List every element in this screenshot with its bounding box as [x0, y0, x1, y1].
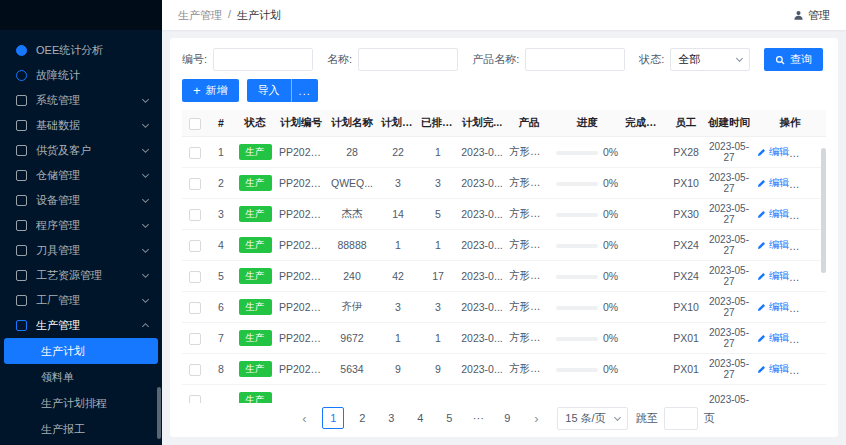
sidebar-scrollbar[interactable] [157, 387, 161, 439]
sidebar-item-6[interactable]: 设备管理 [0, 188, 162, 213]
table-body: 1生产PP2023...282212023-0...方形物料0%PX282023… [182, 137, 826, 403]
employee: PX24 [668, 270, 704, 282]
status-cell: 生产 [234, 237, 276, 252]
actions-cell: 编辑删除 [754, 238, 826, 252]
sidebar-item-4[interactable]: 供货及客户 [0, 138, 162, 163]
row-checkbox[interactable] [189, 333, 201, 345]
employee: PX24 [668, 239, 704, 251]
plan-finish-date: 2023-0... [458, 146, 506, 158]
column-header: 完成日期 [622, 116, 668, 130]
status-select[interactable]: 全部 [670, 48, 750, 71]
row-index: 2 [208, 177, 234, 189]
breadcrumb-parent[interactable]: 生产管理 [178, 8, 222, 23]
page-ellipsis[interactable]: ··· [467, 407, 489, 429]
filter-label-name: 名称: [327, 52, 352, 67]
row-checkbox[interactable] [189, 209, 201, 221]
progress-cell: 0% [552, 177, 622, 189]
system-admin-icon [16, 95, 27, 106]
page-button[interactable]: 2 [351, 407, 373, 429]
sidebar-subitem-0[interactable]: 生产计划 [4, 338, 158, 364]
row-checkbox[interactable] [189, 364, 201, 376]
page-button[interactable]: 5 [438, 407, 460, 429]
prev-page-button[interactable]: ‹ [293, 407, 315, 429]
supply-customer-icon [16, 145, 27, 156]
code-input[interactable] [213, 48, 313, 71]
sidebar-item-10[interactable]: 工厂管理 [0, 288, 162, 313]
actions-cell: 编辑删除 [754, 331, 826, 345]
table-scrollbar[interactable] [821, 148, 826, 273]
edit-button[interactable]: 编辑 [757, 145, 789, 159]
select-all-checkbox[interactable] [189, 118, 201, 130]
app-root: OEE统计分析故障统计系统管理基础数据供货及客户仓储管理设备管理程序管理刀具管理… [0, 0, 846, 445]
status-badge: 生产 [239, 268, 272, 283]
column-header: 计划编号 [276, 116, 326, 130]
edit-button[interactable]: 编辑 [757, 269, 789, 283]
jump-label: 跳至 [636, 411, 658, 426]
jump-input[interactable] [664, 407, 698, 430]
sidebar-item-5[interactable]: 仓储管理 [0, 163, 162, 188]
row-checkbox[interactable] [189, 178, 201, 190]
add-button-label: 新增 [206, 83, 228, 98]
delete-button[interactable]: 删除 [797, 300, 826, 314]
sidebar-item-0[interactable]: OEE统计分析 [0, 38, 162, 63]
progress-cell: 0% [552, 301, 622, 313]
page-button[interactable]: 9 [496, 407, 518, 429]
edit-button[interactable]: 编辑 [757, 300, 789, 314]
sidebar-item-8[interactable]: 刀具管理 [0, 238, 162, 263]
chevron-down-icon [142, 171, 149, 178]
edit-button[interactable]: 编辑 [757, 207, 789, 221]
table-row: 8生产PP2023...5634992023-0...方形物料0%PX01202… [182, 354, 826, 385]
header-checkbox-cell [182, 116, 208, 129]
sidebar-subitem-3[interactable]: 生产报工 [4, 416, 158, 442]
product-name: 方形物料 [506, 331, 552, 345]
row-checkbox[interactable] [189, 147, 201, 159]
row-index: 4 [208, 239, 234, 251]
row-checkbox[interactable] [189, 395, 201, 403]
delete-button[interactable]: 删除 [797, 331, 826, 345]
product-name-input[interactable] [525, 48, 625, 71]
status-cell: 生产 [234, 392, 276, 403]
edit-button[interactable]: 编辑 [757, 176, 789, 190]
name-input[interactable] [358, 48, 458, 71]
sidebar-item-9[interactable]: 工艺资源管理 [0, 263, 162, 288]
page-button-active[interactable]: 1 [322, 407, 344, 429]
pagination: ‹12345···9› 15 条/页 跳至 页 [182, 403, 826, 433]
sidebar-item-2[interactable]: 系统管理 [0, 88, 162, 113]
user-menu[interactable]: 管理 [793, 8, 830, 23]
edit-button[interactable]: 编辑 [757, 331, 789, 345]
next-page-button[interactable]: › [525, 407, 547, 429]
sidebar-item-11[interactable]: 生产管理 [0, 313, 162, 338]
row-checkbox[interactable] [189, 240, 201, 252]
search-button[interactable]: 查询 [764, 48, 823, 71]
main-area: 生产管理 / 生产计划 管理 编号: 名称: 产品名称: [162, 0, 846, 445]
row-checkbox-cell [182, 331, 208, 344]
delete-button[interactable]: 删除 [797, 362, 826, 376]
sidebar-subitem-1[interactable]: 领料单 [4, 364, 158, 390]
edit-icon [757, 241, 766, 250]
plan-name: 9672 [326, 332, 378, 344]
page-size-select[interactable]: 15 条/页 [557, 407, 627, 430]
add-button[interactable]: + 新增 [182, 79, 239, 102]
page-button[interactable]: 4 [409, 407, 431, 429]
sidebar-item-7[interactable]: 程序管理 [0, 213, 162, 238]
plan-no: PP2023... [276, 177, 326, 189]
sidebar-item-3[interactable]: 基础数据 [0, 113, 162, 138]
import-more-button[interactable]: ... [291, 79, 318, 102]
sidebar-item-1[interactable]: 故障统计 [0, 63, 162, 88]
edit-button[interactable]: 编辑 [757, 238, 789, 252]
table-row: 3生产PP2023...杰杰1452023-0...方形物料0%PX302023… [182, 199, 826, 230]
row-checkbox[interactable] [189, 271, 201, 283]
edit-icon [757, 334, 766, 343]
page-jump: 跳至 页 [636, 407, 715, 430]
progress-label: 0% [603, 177, 618, 189]
sidebar-subitem-2[interactable]: 生产计划排程 [4, 390, 158, 416]
import-button[interactable]: 导入 [247, 79, 291, 102]
page-button[interactable]: 3 [380, 407, 402, 429]
row-checkbox[interactable] [189, 302, 201, 314]
filter-label-status: 状态: [639, 52, 664, 67]
sidebar-item-label: 供货及客户 [36, 143, 134, 158]
base-data-icon [16, 120, 27, 131]
edit-button[interactable]: 编辑 [757, 362, 789, 376]
product-name: 方形物料 [506, 269, 552, 283]
plan-no: PP2023... [276, 332, 326, 344]
